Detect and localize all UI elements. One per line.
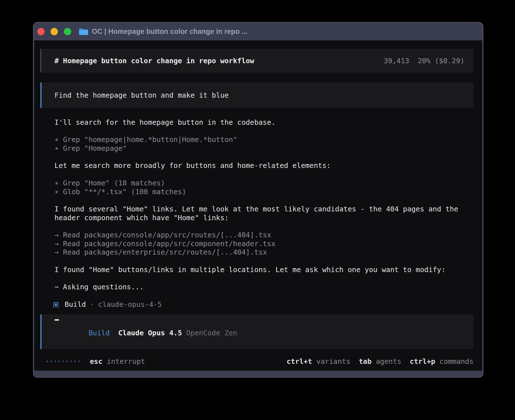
folder-icon bbox=[79, 28, 88, 36]
agent-model: claude-opus-4-5 bbox=[98, 300, 162, 309]
transcript: I'll search for the homepage button in t… bbox=[40, 118, 473, 300]
transcript-line bbox=[54, 222, 473, 231]
transcript-line: I'll search for the homepage button in t… bbox=[54, 118, 473, 127]
titlebar[interactable]: OC | Homepage button color change in rep… bbox=[34, 23, 483, 40]
transcript-line bbox=[54, 170, 473, 179]
session-title: # Homepage button color change in repo w… bbox=[54, 57, 254, 65]
transcript-line bbox=[54, 153, 473, 162]
transcript-line: header component which have "Home" links… bbox=[54, 214, 473, 222]
window-title: OC | Homepage button color change in rep… bbox=[92, 27, 247, 36]
input-provider: OpenCode Zen bbox=[186, 329, 237, 337]
minimize-button[interactable] bbox=[51, 28, 58, 35]
transcript-line: I found several "Home" links. Let me loo… bbox=[54, 205, 473, 214]
session-stats: 39,413 20% ($0.29) bbox=[384, 57, 464, 65]
input-model-name[interactable]: Claude Opus 4.5 bbox=[118, 329, 182, 337]
transcript-line bbox=[54, 127, 473, 136]
transcript-line: → Read packages/enterprise/src/routes/[.… bbox=[54, 248, 473, 257]
terminal-window: OC | Homepage button color change in rep… bbox=[33, 22, 483, 378]
transcript-line: I found "Home" buttons/links in multiple… bbox=[54, 266, 473, 274]
zoom-button[interactable] bbox=[64, 28, 71, 35]
agent-name: Build bbox=[65, 300, 86, 309]
transcript-line: ∗ Grep "Home" (18 matches) bbox=[54, 179, 473, 188]
shortcut-hint: ctrl+tvariants bbox=[287, 357, 350, 366]
close-button[interactable] bbox=[37, 28, 45, 35]
user-message: Find the homepage button and make it blu… bbox=[40, 82, 473, 108]
transcript-line bbox=[54, 292, 473, 300]
transcript-line: ∗ Glob "**/*.tsx" (100 matches) bbox=[54, 188, 473, 196]
agent-status-row: Build · claude-opus-4-5 bbox=[53, 300, 473, 309]
transcript-line: Let me search more broadly for buttons a… bbox=[54, 161, 473, 170]
statusbar: esc interrupt ctrl+tvariants tabagents c… bbox=[40, 357, 473, 366]
shortcut-hint: tabagents bbox=[359, 357, 401, 366]
transcript-line: → Read packages/console/app/src/routes/[… bbox=[54, 231, 473, 240]
session-header: # Homepage button color change in repo w… bbox=[40, 49, 473, 73]
agent-separator: · bbox=[90, 300, 94, 309]
shortcut-hint: ctrl+pcommands bbox=[410, 357, 473, 366]
input-mode-label[interactable]: Build bbox=[88, 329, 110, 337]
transcript-line bbox=[54, 274, 473, 283]
square-in-square-icon bbox=[53, 302, 58, 307]
terminal-content: # Homepage button color change in repo w… bbox=[34, 40, 482, 371]
transcript-line: → Read packages/console/app/src/componen… bbox=[54, 240, 473, 248]
dots-spinner-icon bbox=[47, 361, 80, 362]
transcript-line bbox=[54, 257, 473, 266]
transcript-line: ∗ Grep "Homepage" bbox=[54, 144, 473, 153]
esc-key-hint: esc bbox=[90, 357, 102, 366]
input-model-row: BuildClaude Opus 4.5OpenCode Zen bbox=[54, 321, 473, 345]
user-message-text: Find the homepage button and make it blu… bbox=[54, 91, 229, 99]
transcript-line bbox=[54, 196, 473, 205]
esc-action-label: interrupt bbox=[107, 357, 145, 366]
prompt-input[interactable]: BuildClaude Opus 4.5OpenCode Zen bbox=[40, 314, 473, 349]
transcript-line: ∗ Grep "homepage|home.*button|Home.*butt… bbox=[54, 135, 473, 144]
transcript-line: ~ Asking questions... bbox=[54, 283, 473, 292]
shortcut-hints: ctrl+tvariants tabagents ctrl+pcommands bbox=[287, 357, 473, 366]
